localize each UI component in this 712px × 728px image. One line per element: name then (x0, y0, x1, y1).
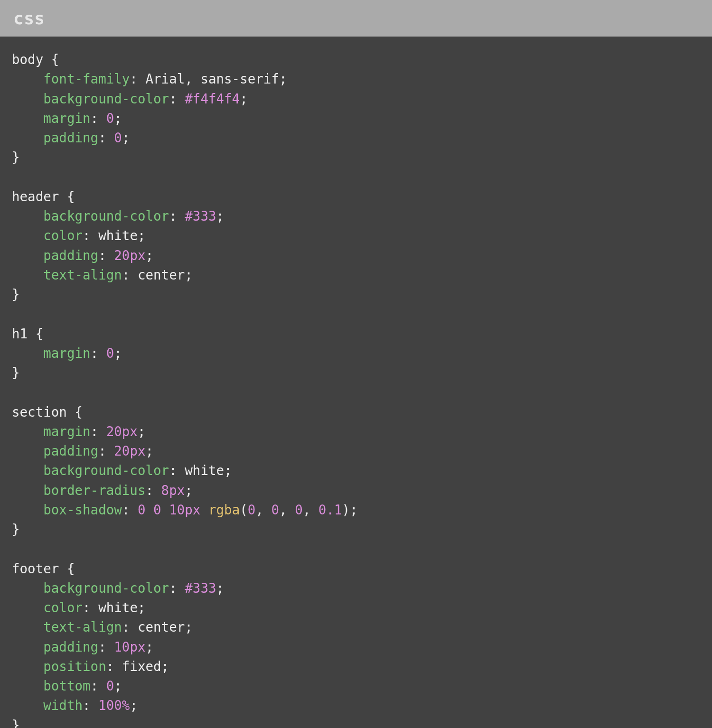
code-body[interactable]: body { font-family: Arial, sans-serif; b… (0, 37, 712, 728)
language-label: css (13, 9, 45, 28)
code-block: css body { font-family: Arial, sans-seri… (0, 0, 712, 728)
code-language-header: css (0, 0, 712, 37)
